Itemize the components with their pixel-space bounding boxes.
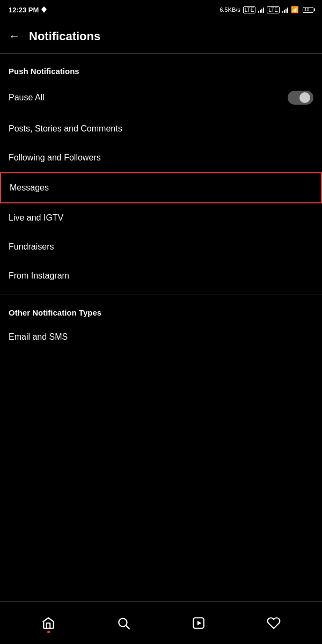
list-item-live-igtv[interactable]: Live and IGTV [0, 203, 322, 232]
list-item-fundraisers[interactable]: Fundraisers [0, 232, 322, 261]
nav-item-search[interactable] [116, 616, 130, 630]
list-item-pause-all[interactable]: Pause All [0, 81, 322, 114]
nav-item-home[interactable] [41, 616, 55, 630]
list-item-following-followers[interactable]: Following and Followers [0, 143, 322, 172]
bottom-nav [0, 601, 322, 644]
live-igtv-label: Live and IGTV [9, 213, 63, 223]
status-time: 12:23 PM [9, 6, 47, 14]
list-item-posts-stories[interactable]: Posts, Stories and Comments [0, 114, 322, 143]
nav-item-reels[interactable] [192, 616, 206, 630]
location-icon [41, 6, 47, 13]
posts-stories-label: Posts, Stories and Comments [9, 124, 122, 134]
lte-badge: LTE [243, 6, 256, 13]
content-area: Push Notifications Pause All Posts, Stor… [0, 54, 322, 394]
pause-all-label: Pause All [9, 93, 45, 103]
messages-label: Messages [10, 183, 49, 193]
pause-all-toggle[interactable] [288, 91, 313, 105]
fundraisers-label: Fundraisers [9, 242, 54, 252]
page-title: Notifications [29, 30, 100, 43]
header: ← Notifications [0, 19, 322, 54]
home-dot [47, 631, 50, 633]
battery-icon [303, 7, 313, 13]
heart-icon [267, 616, 281, 630]
back-button[interactable]: ← [9, 30, 20, 43]
svg-line-2 [126, 625, 129, 628]
time-label: 12:23 PM [9, 6, 39, 14]
home-icon [41, 616, 55, 630]
svg-marker-4 [197, 620, 202, 625]
lte-badge-2: LTE [267, 6, 280, 13]
toggle-knob [299, 92, 310, 103]
email-sms-label: Email and SMS [9, 332, 68, 342]
other-notifications-header: Other Notification Types [0, 295, 322, 323]
signal-icon-1 [258, 6, 264, 13]
speed-label: 6.5KB/s [219, 6, 240, 13]
status-bar: 12:23 PM 6.5KB/s LTE LTE 📶 [0, 0, 322, 19]
list-item-messages[interactable]: Messages [0, 172, 322, 203]
from-instagram-label: From Instagram [9, 271, 69, 281]
list-item-from-instagram[interactable]: From Instagram [0, 261, 322, 290]
reels-icon [192, 616, 206, 630]
search-icon [116, 616, 130, 630]
wifi-icon: 📶 [291, 6, 299, 13]
svg-marker-0 [41, 6, 47, 13]
push-notifications-header: Push Notifications [0, 54, 322, 81]
nav-item-heart[interactable] [267, 616, 281, 630]
status-right: 6.5KB/s LTE LTE 📶 [219, 6, 313, 13]
following-followers-label: Following and Followers [9, 153, 101, 163]
signal-icon-2 [282, 6, 288, 13]
list-item-email-sms[interactable]: Email and SMS [0, 323, 322, 352]
